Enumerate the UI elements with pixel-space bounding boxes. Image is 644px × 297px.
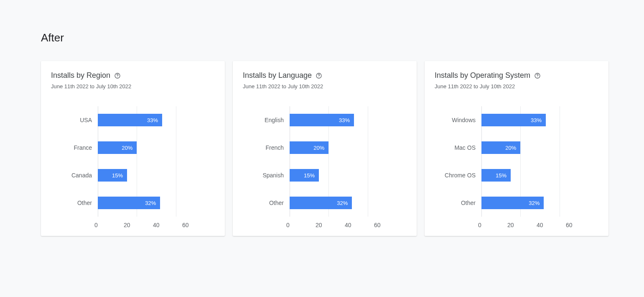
bar: 32% — [481, 197, 544, 209]
x-tick: 0 — [94, 222, 127, 228]
bar-value: 15% — [112, 172, 123, 179]
x-tick: 20 — [507, 222, 540, 228]
y-label: Other — [435, 200, 481, 206]
bar: 15% — [290, 169, 319, 182]
card-date-range: June 11th 2022 to July 10th 2022 — [243, 83, 407, 90]
page-title: After — [0, 0, 644, 44]
y-label: Other — [243, 200, 290, 206]
x-tick: 40 — [537, 222, 569, 228]
y-label: Mac OS — [435, 144, 481, 151]
x-tick: 60 — [374, 222, 407, 228]
y-label: Chrome OS — [435, 172, 481, 179]
card-header: Installs by Region — [51, 71, 215, 80]
bar-value: 33% — [339, 117, 350, 123]
x-tick: 0 — [286, 222, 319, 228]
bar: 33% — [290, 114, 354, 126]
card-title: Installs by Region — [51, 71, 110, 80]
y-label: French — [243, 144, 290, 151]
svg-point-5 — [537, 77, 538, 77]
x-tick: 20 — [316, 222, 348, 228]
cards-row: Installs by Region June 11th 2022 to Jul… — [0, 44, 644, 236]
card-language: Installs by Language June 11th 2022 to J… — [233, 61, 417, 236]
x-tick: 40 — [153, 222, 186, 228]
y-label: Other — [51, 200, 98, 206]
x-tick: 60 — [182, 222, 215, 228]
card-date-range: June 11th 2022 to July 10th 2022 — [435, 83, 598, 90]
y-label: USA — [51, 117, 98, 123]
bar-value: 20% — [313, 145, 324, 151]
bar: 32% — [98, 197, 160, 209]
y-label: Windows — [435, 117, 481, 123]
x-tick: 40 — [345, 222, 377, 228]
y-label: Spanish — [243, 172, 290, 179]
bar-value: 32% — [337, 200, 348, 206]
chart-language: English French Spanish Other 33% 20% 15%… — [243, 106, 407, 228]
bar-value: 33% — [531, 117, 542, 123]
bar-value: 15% — [304, 172, 315, 179]
bar: 20% — [98, 141, 137, 154]
bar-value: 33% — [147, 117, 158, 123]
y-label: France — [51, 144, 98, 151]
svg-point-3 — [319, 77, 319, 77]
card-os: Installs by Operating System June 11th 2… — [425, 61, 608, 236]
bar-value: 20% — [122, 145, 132, 151]
help-icon[interactable] — [315, 72, 323, 79]
chart-os: Windows Mac OS Chrome OS Other 33% 20% 1… — [435, 106, 598, 228]
bar: 33% — [481, 114, 546, 126]
x-tick: 0 — [478, 222, 511, 228]
bar-value: 15% — [496, 172, 507, 179]
x-tick: 20 — [124, 222, 156, 228]
bar-value: 20% — [505, 145, 516, 151]
bar: 32% — [290, 197, 352, 209]
bar: 20% — [290, 141, 328, 154]
chart-region: USA France Canada Other 33% 20% 15% 32% — [51, 106, 215, 228]
bar: 20% — [481, 141, 520, 154]
bar-value: 32% — [145, 200, 156, 206]
card-header: Installs by Language — [243, 71, 407, 80]
card-region: Installs by Region June 11th 2022 to Jul… — [41, 61, 225, 236]
y-label: English — [243, 117, 290, 123]
y-label: Canada — [51, 172, 98, 179]
svg-point-1 — [117, 77, 118, 77]
x-tick: 60 — [566, 222, 598, 228]
bar-value: 32% — [529, 200, 540, 206]
help-icon[interactable] — [534, 72, 541, 79]
card-date-range: June 11th 2022 to July 10th 2022 — [51, 83, 215, 90]
bar: 15% — [481, 169, 511, 182]
card-title: Installs by Language — [243, 71, 312, 80]
help-icon[interactable] — [114, 72, 121, 79]
card-title: Installs by Operating System — [435, 71, 530, 80]
bar: 15% — [98, 169, 127, 182]
card-header: Installs by Operating System — [435, 71, 598, 80]
bar: 33% — [98, 114, 162, 126]
